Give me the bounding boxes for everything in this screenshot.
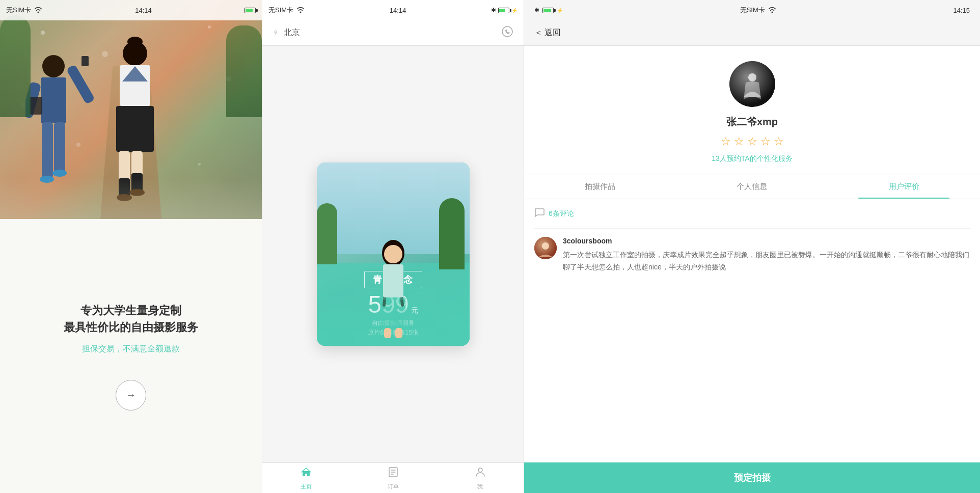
- me-icon: [474, 466, 486, 481]
- review-content-1: 3coloursboom 第一次尝试独立工作室的拍摄，庆幸成片效果完全超乎想象，…: [563, 237, 970, 273]
- location-text: 北京: [284, 28, 300, 38]
- charging-icon-2: ⚡: [511, 8, 518, 13]
- svg-rect-27: [382, 264, 404, 300]
- hero-image: [0, 0, 262, 219]
- status-bar-3: ✱ ⚡ 无SIM卡 14:15: [524, 0, 980, 20]
- charging-icon-3: ⚡: [557, 8, 563, 13]
- review-section: 6条评论: [524, 199, 980, 462]
- avatar: [729, 61, 775, 107]
- time-3: 14:15: [953, 7, 970, 14]
- svg-rect-1: [41, 77, 66, 123]
- home-icon: [300, 466, 312, 481]
- back-button[interactable]: ＜ 返回: [534, 28, 561, 38]
- profile-section: 张二爷xmp ☆ ☆ ☆ ☆ ☆ 13人预约TA的个性化服务: [524, 46, 980, 174]
- tab-info[interactable]: 个人信息: [676, 174, 828, 199]
- svg-point-39: [542, 242, 549, 250]
- carrier-3: 无SIM卡: [740, 6, 765, 15]
- tab-works-label: 拍摄作品: [585, 182, 615, 191]
- wifi-icon-2: [296, 7, 305, 14]
- panel2-body: 青春留念 599 元 自由摄影师服务 原片60张精修15张: [262, 46, 524, 462]
- carrier-2: 无SIM卡: [268, 6, 293, 15]
- panel3-header: ＜ 返回: [524, 20, 980, 46]
- star-row: ☆ ☆ ☆ ☆ ☆: [721, 135, 784, 148]
- svg-rect-3: [66, 64, 95, 104]
- order-label: 订单: [388, 483, 399, 490]
- panel1-subheadline: 担保交易，不满意全额退款: [82, 344, 180, 354]
- panel1-content: 专为大学生量身定制 最具性价比的自由摄影服务 担保交易，不满意全额退款 →: [0, 219, 262, 493]
- bottom-nav: 主页 订单 我: [262, 462, 524, 493]
- status-left-2: 无SIM卡: [268, 6, 305, 15]
- tab-works[interactable]: 拍摄作品: [524, 174, 676, 199]
- review-count-text: 6条评论: [549, 209, 574, 218]
- svg-point-8: [52, 170, 67, 177]
- svg-point-21: [502, 26, 512, 37]
- tabs-row: 拍摄作品 个人信息 用户评价: [524, 174, 980, 199]
- svg-rect-6: [54, 122, 65, 173]
- avatar-image: [729, 61, 775, 107]
- bokeh-3: [208, 25, 211, 29]
- carrier-1: 无SIM卡: [6, 6, 31, 15]
- svg-point-35: [478, 468, 482, 472]
- comment-icon: [534, 207, 545, 220]
- svg-rect-4: [81, 56, 89, 66]
- phone-icon[interactable]: [501, 25, 513, 40]
- nav-order[interactable]: 订单: [387, 466, 399, 490]
- home-label: 主页: [301, 483, 312, 490]
- battery-fill-1: [246, 9, 253, 12]
- status-center-3: 无SIM卡: [740, 6, 776, 15]
- tree-right: [226, 25, 262, 117]
- panel2-header: ♀ 北京: [262, 20, 524, 46]
- panel-3: ✱ ⚡ 无SIM卡 14:15 ＜ 返回: [524, 0, 980, 493]
- svg-rect-30: [395, 328, 402, 338]
- review-text-1: 第一次尝试独立工作室的拍摄，庆幸成片效果完全超乎想象，朋友圈里已被赞爆。一开始的…: [563, 249, 970, 273]
- star-1: ☆: [721, 135, 731, 148]
- svg-rect-9: [30, 97, 42, 115]
- card-tree-l: [317, 203, 337, 264]
- svg-rect-14: [116, 106, 154, 152]
- card-girl: [373, 239, 414, 341]
- bokeh-1: [41, 31, 45, 35]
- svg-rect-5: [42, 122, 53, 178]
- status-right-2: ✱ ⚡: [491, 7, 518, 14]
- status-left-3: ✱ ⚡: [534, 7, 563, 14]
- svg-point-25: [384, 245, 402, 263]
- svg-point-0: [42, 55, 65, 77]
- booking-count: 13人预约TA的个性化服务: [712, 154, 792, 163]
- battery-icon-1: [244, 8, 256, 13]
- star-5: ☆: [774, 135, 784, 148]
- tree-left: [0, 15, 31, 117]
- nav-me[interactable]: 我: [474, 466, 486, 490]
- status-bar-2: 无SIM卡 14:14 ✱ ⚡: [262, 0, 524, 20]
- nav-home[interactable]: 主页: [300, 466, 312, 490]
- star-4: ☆: [760, 135, 771, 148]
- book-button-row[interactable]: 预定拍摄: [524, 462, 980, 493]
- reviewer-name-1: 3coloursboom: [563, 237, 970, 245]
- svg-point-37: [748, 73, 756, 81]
- battery-icon-3: [542, 8, 554, 13]
- bluetooth-icon-3: ✱: [534, 7, 539, 14]
- panel1-headline: 专为大学生量身定制 最具性价比的自由摄影服务: [64, 302, 198, 336]
- tab-info-label: 个人信息: [737, 182, 767, 191]
- panel-2: 无SIM卡 14:14 ✱ ⚡ ♀ 北京: [262, 0, 524, 493]
- status-left-1: 无SIM卡: [6, 6, 42, 15]
- hero-overlay: [0, 178, 262, 219]
- reviewer-avatar-1: [534, 237, 557, 259]
- review-item-1: 3coloursboom 第一次尝试独立工作室的拍摄，庆幸成片效果完全超乎想象，…: [534, 228, 970, 282]
- battery-fill-3: [543, 9, 551, 12]
- review-count-row: 6条评论: [534, 199, 970, 228]
- tab-reviews[interactable]: 用户评价: [828, 174, 980, 199]
- svg-rect-28: [380, 297, 406, 328]
- location-row: ♀ 北京: [273, 28, 300, 38]
- battery-fill-2: [499, 9, 505, 12]
- me-label: 我: [477, 483, 483, 490]
- profile-name: 张二爷xmp: [726, 115, 778, 129]
- panel-1: 无SIM卡 14:14: [0, 0, 262, 493]
- star-3: ☆: [747, 135, 757, 148]
- svg-point-11: [127, 37, 143, 47]
- status-right-1: [244, 8, 256, 13]
- panel3-body: 张二爷xmp ☆ ☆ ☆ ☆ ☆ 13人预约TA的个性化服务 拍摄作品 个人信息…: [524, 46, 980, 493]
- back-label: ＜ 返回: [534, 28, 561, 38]
- photo-card[interactable]: 青春留念 599 元 自由摄影师服务 原片60张精修15张: [317, 162, 470, 346]
- book-button: 预定拍摄: [734, 472, 771, 484]
- next-button[interactable]: →: [116, 380, 146, 410]
